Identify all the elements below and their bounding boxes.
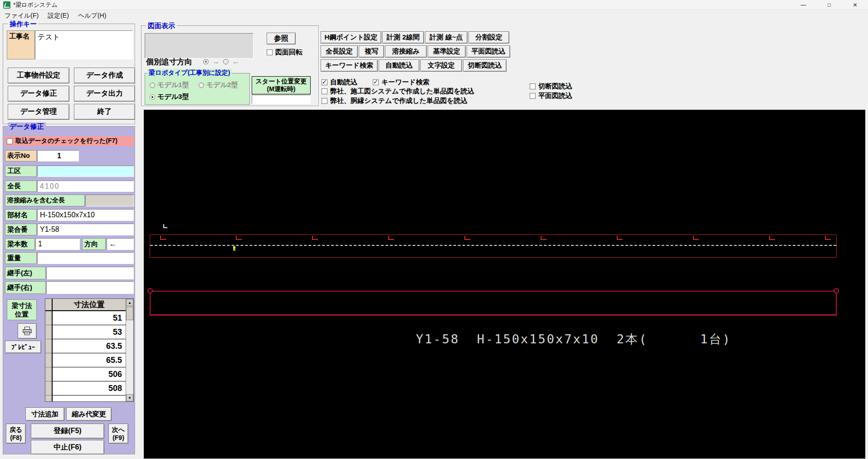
start-position-field[interactable] xyxy=(252,95,311,104)
cut-drawing-load-check[interactable]: 切断図読込 xyxy=(530,82,572,91)
list-item[interactable]: 63.5 xyxy=(53,339,126,353)
direction-field[interactable]: ← xyxy=(107,238,134,250)
minimize-button[interactable]: — xyxy=(790,0,816,10)
toolbar-row-3: キーワード検索 自動読込 文字設定 切断図読込 xyxy=(321,59,507,72)
back-button[interactable]: 戻る(F8) xyxy=(6,424,26,444)
joint-right-field[interactable] xyxy=(46,281,134,294)
beam-count-label: 梁本数 xyxy=(5,238,35,250)
drawing-canvas[interactable]: Y1-58 H-150x150x7x10 2本( 1台) xyxy=(144,110,865,459)
dimension-position-list[interactable]: 寸法位置 51 53 63.5 65.5 506 508 ▲ ▼ xyxy=(45,298,134,402)
menu-bar: ファイル(F) 設定(E) ヘルプ(H) xyxy=(0,10,868,21)
flange-tick-mark xyxy=(541,236,546,240)
measure-2lines-button[interactable]: 計測 2線間 xyxy=(382,31,424,44)
work-zone-field[interactable] xyxy=(37,166,134,177)
flange-tick-mark xyxy=(464,236,470,240)
auto-load-check[interactable]: 自動読込 xyxy=(322,78,357,87)
list-item[interactable]: 53 xyxy=(53,325,126,339)
keyword-search-button[interactable]: キーワード検索 xyxy=(321,59,378,72)
menu-file[interactable]: ファイル(F) xyxy=(0,11,43,21)
direction-left-radio[interactable] xyxy=(223,59,229,64)
total-length-field[interactable]: 4100 xyxy=(37,181,134,192)
list-header: 寸法位置 xyxy=(53,299,126,311)
import-check-label: 取込データのチェックを行った(F7) xyxy=(15,137,117,145)
scroll-up-icon[interactable]: ▲ xyxy=(126,299,133,306)
girt-system-load-check[interactable]: 弊社、胴縁システムで作成した単品図を読込 xyxy=(322,97,468,105)
left-arrow-icon: ← xyxy=(232,58,239,66)
work-zone-label: 工区 xyxy=(5,166,37,177)
data-edit-button[interactable]: データ修正 xyxy=(8,86,69,102)
browse-button[interactable]: 参照 xyxy=(267,33,296,44)
weld-shrink-length-field xyxy=(85,195,134,206)
list-item[interactable]: 51 xyxy=(53,311,126,325)
member-name-field[interactable]: H-150x150x7x10 xyxy=(37,209,134,221)
cancel-button[interactable]: 中止(F6) xyxy=(31,440,104,454)
toolbar-row-1: H鋼ポイント設定 計測 2線間 計測 線~点 分割設定 xyxy=(321,31,509,44)
model1-option[interactable]: モデル1型 xyxy=(150,81,189,89)
flange-tick-mark xyxy=(769,236,775,240)
project-name-field[interactable]: テスト xyxy=(35,30,133,59)
shop-drawing-load-check[interactable]: 弊社、施工図システムで作成した単品図を読込 xyxy=(322,87,474,96)
scroll-down-icon[interactable]: ▼ xyxy=(126,394,133,401)
beam-front-view xyxy=(150,291,837,316)
plan-drawing-load-check[interactable]: 平面図読込 xyxy=(530,92,572,100)
weld-shrink-button[interactable]: 溶接縮み xyxy=(385,45,427,58)
total-length-setting-button[interactable]: 全長設定 xyxy=(321,45,358,58)
cursor-marker xyxy=(233,246,235,249)
reference-setting-button[interactable]: 基準設定 xyxy=(428,45,466,58)
joint-right-label: 継手(右) xyxy=(5,281,46,294)
joint-left-field[interactable] xyxy=(46,267,134,279)
dimension-direction-radios: → ← xyxy=(203,58,239,66)
print-button[interactable] xyxy=(18,323,37,339)
beam-robot-type-title: 梁ロボタイプ(工事別に設定) xyxy=(147,69,232,77)
beam-mark-field[interactable]: Y1-58 xyxy=(37,224,134,235)
project-name-label: 工事名 xyxy=(7,30,35,59)
next-button[interactable]: 次へ(F9) xyxy=(108,424,128,444)
auto-load-button[interactable]: 自動読込 xyxy=(379,59,419,72)
total-length-label: 全長 xyxy=(5,181,37,192)
list-item[interactable]: 508 xyxy=(53,381,126,396)
project-settings-button[interactable]: 工事物件設定 xyxy=(8,68,69,83)
split-setting-button[interactable]: 分割設定 xyxy=(468,31,509,44)
data-manage-button[interactable]: データ管理 xyxy=(8,104,69,120)
start-position-change-button[interactable]: スタート位置変更 (M運転時) xyxy=(252,76,311,94)
copy-button[interactable]: 複写 xyxy=(359,45,384,58)
close-button[interactable]: ✕ xyxy=(842,0,868,10)
h-steel-point-button[interactable]: H鋼ポイント設定 xyxy=(321,31,381,44)
keyword-search-check[interactable]: キーワード検索 xyxy=(373,78,429,87)
rotate-drawing-checkbox[interactable] xyxy=(267,49,273,55)
register-button[interactable]: 登録(F5) xyxy=(31,424,104,439)
data-output-button[interactable]: データ出力 xyxy=(74,86,135,102)
beam-count-field[interactable]: 1 xyxy=(35,238,80,250)
import-check-row: 取込データのチェックを行った(F7) xyxy=(5,136,134,146)
change-shrink-button[interactable]: 縮み代変更 xyxy=(66,407,112,421)
weight-field[interactable] xyxy=(37,252,134,264)
add-dimension-button[interactable]: 寸法追加 xyxy=(25,407,64,421)
maximize-button[interactable]: □ xyxy=(816,0,842,10)
measure-line-point-button[interactable]: 計測 線~点 xyxy=(425,31,468,44)
menu-settings[interactable]: 設定(E) xyxy=(43,11,73,21)
list-item[interactable]: 65.5 xyxy=(53,353,126,367)
beam-end-circle-left xyxy=(147,288,153,293)
exit-button[interactable]: 終了 xyxy=(74,104,135,120)
data-create-button[interactable]: データ作成 xyxy=(74,68,135,83)
list-scrollbar[interactable]: ▲ ▼ xyxy=(126,299,133,401)
cut-drawing-load-button[interactable]: 切断図読込 xyxy=(463,59,507,72)
scrollbar-thumb[interactable] xyxy=(126,307,133,320)
plan-load-button[interactable]: 平面図読込 xyxy=(467,45,510,58)
text-setting-button[interactable]: 文字設定 xyxy=(420,59,462,72)
toolbar-row-2: 全長設定 複写 溶接縮み 基準設定 平面図読込 xyxy=(321,45,510,58)
menu-help[interactable]: ヘルプ(H) xyxy=(73,11,111,21)
flange-tick-mark xyxy=(312,236,318,240)
drawing-preview-box xyxy=(145,33,254,59)
weight-label: 重量 xyxy=(5,252,37,264)
model3-option[interactable]: モデル3型 xyxy=(150,93,189,101)
rotate-drawing-check[interactable]: 図面回転 xyxy=(267,48,302,57)
direction-right-radio[interactable] xyxy=(203,59,209,64)
preview-button[interactable]: ﾌﾟﾚﾋﾞｭｰ xyxy=(5,341,41,353)
beam-end-circle-right xyxy=(834,288,839,293)
import-check-checkbox[interactable] xyxy=(7,138,13,144)
model2-option[interactable]: モデル2型 xyxy=(199,81,238,89)
display-no-field[interactable]: 1 xyxy=(37,150,79,161)
member-name-label: 部材名 xyxy=(5,209,37,221)
list-item[interactable]: 506 xyxy=(53,367,126,381)
